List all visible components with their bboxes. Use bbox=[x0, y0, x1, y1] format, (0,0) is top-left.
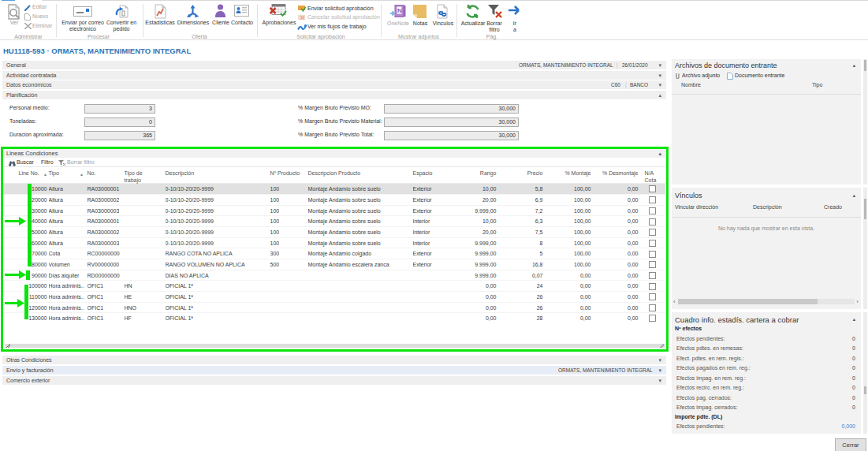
svg-text:N: N bbox=[397, 7, 402, 14]
